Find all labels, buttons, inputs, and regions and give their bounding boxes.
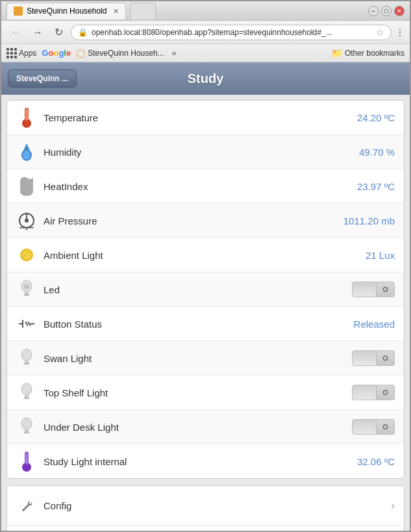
bookmarks-right: 📁 Other bookmarks bbox=[331, 48, 405, 58]
top-shelf-toggle-off[interactable] bbox=[352, 385, 377, 400]
ambient-light-value: 21 Lux bbox=[366, 250, 395, 261]
swan-light-toggle[interactable]: O bbox=[352, 350, 395, 366]
apps-bookmark[interactable]: Apps bbox=[6, 48, 36, 58]
config-chevron-icon: › bbox=[391, 499, 395, 513]
close-button[interactable]: ✕ bbox=[394, 6, 405, 16]
swan-light-toggle-off[interactable] bbox=[352, 350, 377, 366]
back-button[interactable]: ← bbox=[6, 25, 25, 40]
led-row: Led O bbox=[7, 272, 404, 307]
top-shelf-toggle-on[interactable]: O bbox=[377, 385, 395, 400]
security-icon: 🔒 bbox=[78, 28, 88, 37]
tab-close-btn[interactable]: ✕ bbox=[113, 7, 119, 16]
new-tab-area bbox=[130, 3, 156, 19]
top-shelf-light-row: Top Shelf Light O bbox=[7, 376, 404, 410]
bookmarks-bar: Apps Google ◯ SteveQuinn Househ... » 📁 O… bbox=[1, 44, 410, 62]
air-pressure-label: Air Pressure bbox=[44, 215, 343, 226]
main-items-card: Temperature 24.20 ºC Humidity bbox=[6, 100, 405, 479]
temperature-row: Temperature 24.20 ºC bbox=[7, 101, 404, 135]
svg-point-5 bbox=[23, 151, 31, 160]
svg-rect-17 bbox=[27, 285, 29, 289]
led-toggle-on[interactable]: O bbox=[377, 282, 395, 297]
svg-point-12 bbox=[22, 250, 31, 260]
air-pressure-icon bbox=[16, 210, 37, 231]
swan-light-label: Swan Light bbox=[44, 353, 352, 364]
top-shelf-light-toggle[interactable]: O bbox=[352, 385, 395, 400]
apps-label: Apps bbox=[19, 49, 36, 58]
humidity-label: Humidity bbox=[44, 147, 359, 158]
under-desk-toggle-off[interactable] bbox=[352, 419, 377, 435]
under-desk-light-icon bbox=[16, 417, 37, 437]
bookmark-star-icon[interactable]: ☆ bbox=[376, 27, 384, 38]
svg-point-26 bbox=[21, 383, 32, 395]
study-light-internal-icon bbox=[16, 451, 37, 472]
svg-rect-28 bbox=[24, 397, 29, 399]
folder-icon: 📁 bbox=[331, 48, 342, 58]
site-bookmark-label: SteveQuinn Househ... bbox=[88, 49, 164, 58]
svg-rect-2 bbox=[25, 109, 28, 121]
title-bar-left: SteveQuinn Household ✕ bbox=[6, 3, 156, 19]
led-toggle-off[interactable] bbox=[352, 282, 377, 297]
title-bar: SteveQuinn Household ✕ – □ ✕ bbox=[1, 1, 410, 21]
air-pressure-row: Air Pressure 1011.20 mb bbox=[7, 204, 404, 238]
ambient-light-icon bbox=[16, 245, 37, 265]
svg-rect-34 bbox=[25, 453, 28, 465]
under-desk-light-row: Under Desk Light O bbox=[7, 410, 404, 444]
under-desk-toggle-on[interactable]: O bbox=[377, 419, 395, 435]
openhab-header: SteveQuinn ... Study bbox=[1, 62, 410, 95]
menu-icon[interactable]: ⋮ bbox=[395, 27, 405, 38]
navigation-toolbar: ← → ↻ 🔒 openhab.local:8080/openhab.app?s… bbox=[1, 21, 410, 44]
humidity-value: 49.70 % bbox=[359, 147, 395, 158]
minimize-button[interactable]: – bbox=[368, 6, 379, 16]
page-title: Study bbox=[188, 71, 224, 86]
active-tab[interactable]: SteveQuinn Household ✕ bbox=[6, 3, 126, 19]
site-bookmark[interactable]: ◯ SteveQuinn Househ... bbox=[76, 48, 164, 58]
temperature-label: Temperature bbox=[44, 112, 357, 123]
config-label: Config bbox=[44, 500, 391, 511]
swan-light-icon bbox=[16, 348, 37, 369]
maximize-button[interactable]: □ bbox=[381, 6, 392, 16]
google-bookmark[interactable]: Google bbox=[42, 48, 71, 58]
svg-rect-14 bbox=[25, 291, 29, 294]
other-bookmarks[interactable]: Other bookmarks bbox=[345, 49, 405, 58]
refresh-button[interactable]: ↻ bbox=[51, 25, 67, 40]
heatindex-icon bbox=[16, 176, 37, 197]
back-nav-button[interactable]: SteveQuinn ... bbox=[8, 69, 77, 88]
browser-content: SteveQuinn ... Study bbox=[1, 62, 410, 531]
svg-point-29 bbox=[21, 418, 32, 429]
svg-rect-27 bbox=[25, 394, 29, 397]
config-wrench-icon bbox=[16, 495, 37, 516]
humidity-row: Humidity 49.70 % bbox=[7, 135, 404, 169]
svg-rect-25 bbox=[24, 363, 29, 365]
url-text: openhab.local:8080/openhab.app?sitemap=s… bbox=[92, 28, 372, 37]
humidity-icon bbox=[16, 141, 37, 162]
button-status-row: Button Status Released bbox=[7, 307, 404, 341]
temperature-value: 24.20 ºC bbox=[357, 112, 395, 123]
svg-rect-24 bbox=[25, 360, 29, 363]
svg-rect-16 bbox=[25, 285, 26, 289]
svg-rect-31 bbox=[24, 431, 29, 433]
button-status-value: Released bbox=[354, 319, 395, 330]
forward-button[interactable]: → bbox=[29, 25, 47, 40]
under-desk-light-toggle[interactable]: O bbox=[352, 419, 395, 435]
more-bookmarks[interactable]: » bbox=[172, 48, 177, 58]
address-bar[interactable]: 🔒 openhab.local:8080/openhab.app?sitemap… bbox=[71, 25, 392, 40]
heatindex-label: HeatIndex bbox=[44, 181, 357, 192]
light-config-nav-row[interactable]: Light Cont. Config › bbox=[7, 526, 404, 531]
led-icon bbox=[16, 279, 37, 300]
items-container: Temperature 24.20 ºC Humidity bbox=[1, 95, 410, 531]
study-light-internal-row: Study Light internal 32.06 ºC bbox=[7, 444, 404, 478]
svg-rect-30 bbox=[25, 429, 29, 431]
svg-point-23 bbox=[21, 349, 32, 361]
swan-light-row: Swan Light O bbox=[7, 341, 404, 376]
study-light-internal-label: Study Light internal bbox=[44, 456, 357, 467]
swan-light-toggle-on[interactable]: O bbox=[377, 350, 395, 366]
openhab-wrapper: SteveQuinn ... Study bbox=[1, 62, 410, 531]
top-shelf-light-icon bbox=[16, 382, 37, 403]
led-toggle[interactable]: O bbox=[352, 282, 395, 297]
under-desk-light-label: Under Desk Light bbox=[44, 422, 352, 433]
config-nav-row[interactable]: Config › bbox=[7, 486, 404, 526]
tab-title: SteveQuinn Household bbox=[27, 6, 106, 16]
button-status-label: Button Status bbox=[44, 319, 354, 330]
study-light-internal-value: 32.06 ºC bbox=[357, 456, 395, 467]
apps-grid-icon bbox=[6, 48, 17, 58]
